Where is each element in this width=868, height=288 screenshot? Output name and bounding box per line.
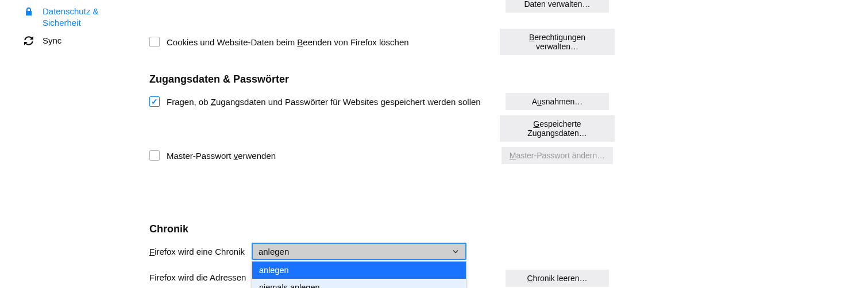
use-master-password-label: Master-Passwort verwenden <box>167 151 276 161</box>
content: Daten verwalten… Cookies und Website-Dat… <box>149 0 615 288</box>
history-option-always[interactable]: anlegen <box>252 262 466 279</box>
history-mode-current: anlegen <box>259 247 289 256</box>
change-master-password-button: Master-Passwort ändern… <box>501 147 614 164</box>
history-mode-select[interactable]: anlegen <box>252 243 466 260</box>
sidebar-item-label: Sync <box>43 35 61 46</box>
manage-permissions-button[interactable]: Berechtigungen verwalten… <box>500 29 615 55</box>
sync-icon <box>24 36 34 46</box>
history-option-never[interactable]: niemals anlegen <box>252 279 466 288</box>
chevron-down-icon <box>453 247 458 256</box>
exceptions-button[interactable]: Ausnahmen… <box>506 93 609 110</box>
section-heading-logins: Zugangsdaten & Passwörter <box>149 73 615 85</box>
delete-cookies-checkbox[interactable] <box>149 37 160 47</box>
lock-icon <box>24 7 34 17</box>
history-mode-dropdown: anlegen niemals anlegen nach benutzerdef… <box>252 261 466 288</box>
sidebar-item-privacy[interactable]: Datenschutz & Sicherheit <box>0 2 138 32</box>
delete-cookies-label: Cookies und Website-Daten beim Beenden v… <box>167 37 409 47</box>
section-heading-history: Chronik <box>149 223 615 235</box>
manage-data-button[interactable]: Daten verwalten… <box>506 0 609 13</box>
sidebar-item-sync[interactable]: Sync <box>0 32 138 50</box>
history-mode-label: Firefox wird eine Chronik <box>149 247 245 256</box>
use-master-password-checkbox[interactable] <box>149 150 160 161</box>
ask-save-logins-label: Fragen, ob Zugangsdaten und Passwörter f… <box>167 97 481 107</box>
sidebar-item-label: Datenschutz & Sicherheit <box>43 6 132 28</box>
sidebar: Datenschutz & Sicherheit Sync <box>0 0 138 50</box>
ask-save-logins-checkbox[interactable] <box>149 96 160 107</box>
clear-history-button[interactable]: Chronik leeren… <box>506 270 609 287</box>
saved-logins-button[interactable]: Gespeicherte Zugangsdaten… <box>500 115 615 142</box>
